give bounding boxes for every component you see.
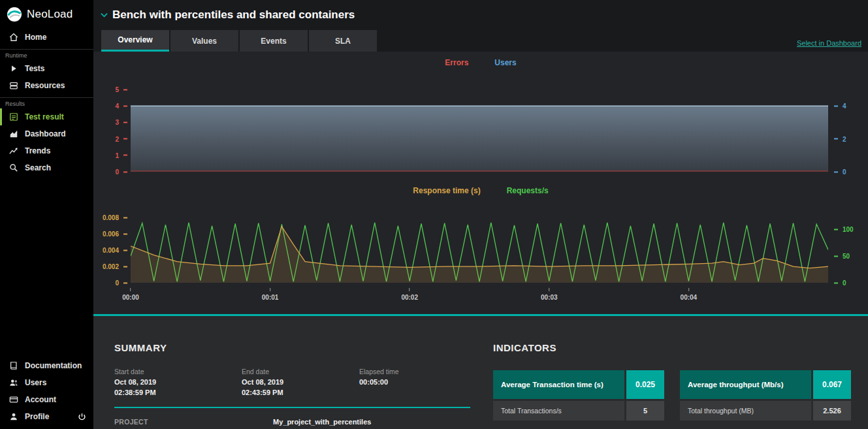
axis-tick-label: 1 bbox=[115, 151, 127, 159]
axis-tick-label: 0 bbox=[115, 279, 127, 287]
legend-response-time[interactable]: Response time (s) bbox=[413, 186, 480, 198]
legend-errors[interactable]: Errors bbox=[445, 58, 468, 70]
neoload-logo[interactable]: NeoLoad bbox=[0, 0, 93, 29]
indicators-heading: INDICATORS bbox=[493, 342, 852, 353]
legend-requests[interactable]: Requests/s bbox=[507, 186, 549, 198]
indicator-card-throughput: Average throughput (Mb/s) 0.067 Total th… bbox=[680, 370, 851, 421]
start-date-value: Oct 08, 2019 02:38:59 PM bbox=[114, 377, 242, 398]
play-icon bbox=[8, 65, 19, 72]
axis-tick-label: 0.004 bbox=[103, 247, 127, 254]
right-axis-ticks: 420 bbox=[828, 89, 863, 172]
response-requests-plot: 0.0080.0060.0040.0020 100500 bbox=[131, 214, 828, 283]
elapsed-time-label: Elapsed time bbox=[359, 368, 493, 375]
errors-users-chart: Errors Users 543210 420 bbox=[93, 58, 868, 172]
sidebar-item-label: Profile bbox=[25, 412, 71, 421]
axis-tick-label: 0.008 bbox=[103, 214, 127, 221]
axis-tick-label: 5 bbox=[115, 86, 127, 93]
end-date-label: End date bbox=[242, 368, 359, 375]
charts-section: Errors Users 543210 420 bbox=[93, 52, 868, 309]
sidebar-item-search[interactable]: Search bbox=[0, 159, 93, 176]
left-axis-ticks: 543210 bbox=[95, 89, 131, 172]
tab-values[interactable]: Values bbox=[170, 30, 238, 52]
tab-events[interactable]: Events bbox=[240, 30, 308, 52]
power-icon[interactable] bbox=[76, 413, 87, 421]
sidebar-section-runtime: Runtime bbox=[0, 49, 93, 60]
indicator-cards: Average Transaction time (s) 0.025 Total… bbox=[493, 370, 852, 421]
sidebar-item-label: Home bbox=[25, 33, 87, 42]
project-label: PROJECT bbox=[114, 418, 242, 426]
account-icon bbox=[8, 395, 19, 404]
indicator-row-label: Total Transactions/s bbox=[493, 401, 624, 421]
left-axis-ticks: 0.0080.0060.0040.0020 bbox=[95, 214, 131, 283]
time-tick-label: 00:02 bbox=[401, 288, 418, 301]
sidebar-item-documentation[interactable]: Documentation bbox=[0, 357, 93, 374]
indicator-value: 0.025 bbox=[626, 370, 664, 399]
indicator-title: Average Transaction time (s) bbox=[493, 370, 624, 399]
select-in-dashboard-link[interactable]: Select in Dashboard bbox=[797, 39, 861, 47]
indicator-row-value: 2.526 bbox=[813, 401, 851, 421]
sidebar-item-account[interactable]: Account bbox=[0, 391, 93, 408]
indicator-value: 0.067 bbox=[813, 370, 851, 399]
sidebar-item-trends[interactable]: Trends bbox=[0, 142, 93, 159]
axis-tick-label: 0.002 bbox=[103, 263, 127, 270]
elapsed-time-value: 00:05:00 bbox=[359, 377, 493, 388]
sidebar-item-home[interactable]: Home bbox=[0, 29, 93, 46]
errors-users-plot: 543210 420 bbox=[131, 89, 828, 172]
sidebar-item-resources[interactable]: Resources bbox=[0, 77, 93, 94]
time-tick-label: 00:04 bbox=[681, 288, 698, 301]
axis-tick-label: 0.006 bbox=[103, 230, 127, 238]
summary-grid: Start date Oct 08, 2019 02:38:59 PM End … bbox=[114, 368, 493, 398]
page-title: Bench with percentiles and shared contai… bbox=[112, 8, 355, 22]
time-tick-label: 00:00 bbox=[122, 288, 139, 301]
chart-legend: Errors Users bbox=[93, 58, 868, 70]
response-requests-plot-svg[interactable] bbox=[131, 214, 828, 283]
end-date-value: Oct 08, 2019 02:43:59 PM bbox=[242, 377, 359, 398]
logo-text: NeoLoad bbox=[27, 8, 72, 21]
app-root: NeoLoad Home Runtime Tests Resources Res… bbox=[0, 0, 868, 429]
sidebar-item-profile[interactable]: Profile bbox=[0, 408, 93, 425]
time-tick-label: 00:03 bbox=[541, 288, 558, 301]
resources-icon bbox=[8, 81, 19, 90]
summary-underline bbox=[114, 407, 470, 408]
indicators-panel: INDICATORS Average Transaction time (s) … bbox=[493, 342, 852, 429]
end-date-field: End date Oct 08, 2019 02:43:59 PM bbox=[242, 368, 359, 398]
tab-sla[interactable]: SLA bbox=[309, 30, 377, 52]
axis-tick-label: 100 bbox=[834, 226, 854, 233]
errors-users-plot-svg[interactable] bbox=[131, 89, 828, 172]
legend-users[interactable]: Users bbox=[494, 58, 516, 70]
sidebar-item-label: Users bbox=[25, 378, 87, 387]
chart-legend: Response time (s) Requests/s bbox=[93, 186, 868, 198]
tab-overview[interactable]: Overview bbox=[101, 30, 169, 52]
chevron-down-icon[interactable] bbox=[101, 12, 108, 18]
elapsed-time-field: Elapsed time 00:05:00 bbox=[359, 368, 493, 398]
axis-tick-label: 4 bbox=[834, 103, 846, 110]
neoload-logo-icon bbox=[7, 7, 22, 22]
details-section: SUMMARY Start date Oct 08, 2019 02:38:59… bbox=[93, 316, 868, 429]
test-result-icon bbox=[8, 112, 19, 121]
sidebar-item-test-result[interactable]: Test result bbox=[0, 108, 93, 125]
sidebar-item-label: Test result bbox=[25, 112, 87, 121]
sidebar-item-label: Trends bbox=[25, 146, 87, 155]
axis-tick-label: 0 bbox=[834, 168, 846, 176]
sidebar-item-users[interactable]: Users bbox=[0, 374, 93, 391]
tab-bar: Overview Values Events SLA Select in Das… bbox=[93, 30, 868, 52]
axis-tick-label: 3 bbox=[115, 119, 127, 126]
axis-tick-label: 4 bbox=[115, 103, 127, 110]
response-requests-chart: Response time (s) Requests/s 0.0080.0060… bbox=[93, 186, 868, 309]
sidebar-item-label: Dashboard bbox=[25, 129, 87, 138]
project-value: My_project_with_percentiles bbox=[273, 418, 493, 426]
axis-tick-label: 2 bbox=[834, 135, 846, 142]
search-icon bbox=[8, 163, 19, 172]
sidebar-item-label: Documentation bbox=[25, 361, 87, 370]
sidebar-item-dashboard[interactable]: Dashboard bbox=[0, 125, 93, 142]
main-content: Bench with percentiles and shared contai… bbox=[93, 0, 868, 429]
axis-tick-label: 2 bbox=[115, 135, 127, 142]
start-date-label: Start date bbox=[114, 368, 242, 375]
home-icon bbox=[8, 33, 19, 42]
indicator-title: Average throughput (Mb/s) bbox=[680, 370, 811, 399]
page-header: Bench with percentiles and shared contai… bbox=[93, 0, 868, 30]
profile-icon bbox=[8, 412, 19, 421]
sidebar-item-tests[interactable]: Tests bbox=[0, 60, 93, 77]
project-row: PROJECT My_project_with_percentiles bbox=[114, 418, 493, 426]
users-icon bbox=[8, 378, 19, 387]
